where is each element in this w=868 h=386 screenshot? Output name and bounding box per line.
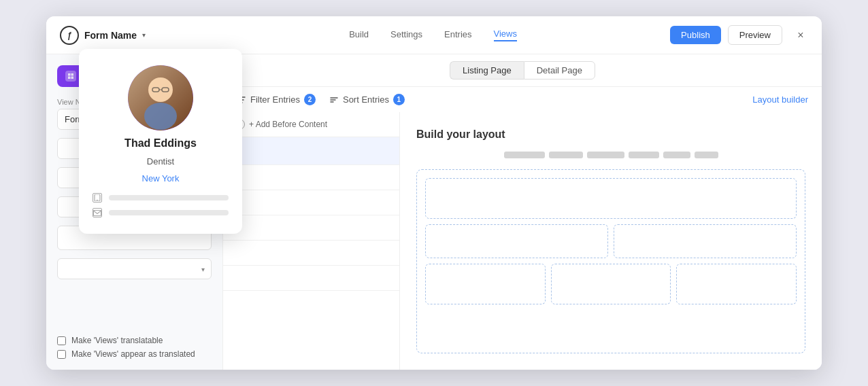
profile-fields xyxy=(93,193,229,217)
table-row[interactable] xyxy=(223,266,399,291)
nav-views[interactable]: Views xyxy=(494,29,517,41)
profile-card: Thad Eddings Dentist New York xyxy=(79,49,242,234)
header-left: ƒ Form Name ▾ xyxy=(60,26,196,45)
checkbox-label-2: Make 'Views' appear as translated xyxy=(71,349,195,359)
layout-block-5 xyxy=(663,152,690,158)
nav-entries[interactable]: Entries xyxy=(444,29,471,41)
build-layout-title: Build your layout xyxy=(416,128,805,141)
avatar-svg xyxy=(128,65,193,130)
layout-mid-row xyxy=(425,224,797,258)
checkbox-translated[interactable] xyxy=(57,350,66,359)
email-value xyxy=(109,210,229,215)
table-row[interactable] xyxy=(223,241,399,266)
layout-placeholder-row xyxy=(416,152,805,158)
checkbox-row-2: Make 'Views' appear as translated xyxy=(57,349,212,359)
app-window: ƒ Form Name ▾ Build Settings Entries Vie… xyxy=(46,16,822,370)
listing-area: + + Add Before Content + xyxy=(223,112,822,370)
filter-entries-label: Filter Entries xyxy=(250,94,300,105)
svg-rect-0 xyxy=(68,73,71,76)
publish-button[interactable]: Publish xyxy=(670,26,721,44)
add-before-label: + Add Before Content xyxy=(249,120,327,129)
main-content: Listing Page Detail Page Filter Entries … xyxy=(223,54,822,370)
form-icon: ƒ xyxy=(60,26,79,45)
profile-title: Dentist xyxy=(147,156,174,166)
layout-bottom-col-2[interactable] xyxy=(551,264,671,304)
filter-entries-button[interactable]: Filter Entries 2 xyxy=(237,94,316,105)
layout-block-4 xyxy=(629,152,659,158)
layout-block-2 xyxy=(549,152,583,158)
checkbox-label-1: Make 'Views' translatable xyxy=(71,336,163,345)
sort-count-badge: 1 xyxy=(393,94,405,105)
profile-name: Thad Eddings xyxy=(124,137,197,150)
layout-block-1 xyxy=(504,152,545,158)
profile-location: New York xyxy=(142,173,180,183)
entries-list: + + Add Before Content + xyxy=(223,112,400,370)
checkbox-translatable[interactable] xyxy=(57,336,66,345)
layout-bottom-col-1[interactable] xyxy=(425,264,546,304)
header-nav: Build Settings Entries Views xyxy=(196,29,670,41)
table-row[interactable] xyxy=(223,215,399,241)
build-layout-panel: Build your layout xyxy=(400,112,822,370)
tab-listing-page[interactable]: Listing Page xyxy=(450,61,524,80)
layout-block-3 xyxy=(587,152,624,158)
layout-bottom-row xyxy=(425,264,797,304)
sort-icon xyxy=(329,95,339,105)
profile-phone-row xyxy=(93,193,229,203)
layout-mid-col-2[interactable] xyxy=(614,224,797,258)
chevron-down-icon[interactable]: ▾ xyxy=(142,31,146,39)
profile-avatar xyxy=(128,65,193,130)
sort-entries-button[interactable]: Sort Entries 1 xyxy=(329,94,405,105)
header-actions: Publish Preview × xyxy=(670,25,808,45)
close-button[interactable]: × xyxy=(793,28,808,43)
tabs-row: Listing Page Detail Page xyxy=(223,54,822,87)
tab-detail-page[interactable]: Detail Page xyxy=(524,61,595,80)
sidebar-select-wrapper-2: ▾ xyxy=(57,258,212,279)
checkbox-row-1: Make 'Views' translatable xyxy=(57,336,212,345)
nav-settings[interactable]: Settings xyxy=(390,29,422,41)
svg-rect-1 xyxy=(71,73,74,76)
layout-bottom-col-3[interactable] xyxy=(676,264,797,304)
table-row[interactable]: + xyxy=(223,137,399,165)
table-row[interactable] xyxy=(223,190,399,215)
add-before-content[interactable]: + + Add Before Content xyxy=(223,112,399,137)
phone-icon xyxy=(93,193,102,203)
filter-count-badge: 2 xyxy=(304,94,316,105)
layout-top-row[interactable] xyxy=(425,178,797,219)
layout-builder-link[interactable]: Layout builder xyxy=(752,94,808,105)
svg-rect-3 xyxy=(71,77,74,80)
svg-point-6 xyxy=(144,103,177,130)
mail-icon xyxy=(93,208,102,217)
svg-rect-2 xyxy=(68,77,71,80)
filter-left: Filter Entries 2 Sort Entries 1 xyxy=(237,94,405,105)
nav-build[interactable]: Build xyxy=(349,29,369,41)
checkboxes: Make 'Views' translatable Make 'Views' a… xyxy=(57,336,212,359)
filter-row: Filter Entries 2 Sort Entries 1 Layout b… xyxy=(223,87,822,112)
sort-entries-label: Sort Entries xyxy=(343,94,389,105)
form-name: Form Name xyxy=(84,30,137,41)
svg-rect-11 xyxy=(97,200,99,200)
layout-block-6 xyxy=(695,152,718,158)
table-row[interactable] xyxy=(223,165,399,190)
layout-grid-container xyxy=(416,169,805,353)
dynamic-view-icon xyxy=(65,71,76,82)
phone-value xyxy=(109,195,229,200)
layout-mid-col-1[interactable] xyxy=(425,224,608,258)
profile-email-row xyxy=(93,208,229,217)
sidebar-select-2[interactable] xyxy=(57,258,212,279)
preview-button[interactable]: Preview xyxy=(728,25,782,45)
